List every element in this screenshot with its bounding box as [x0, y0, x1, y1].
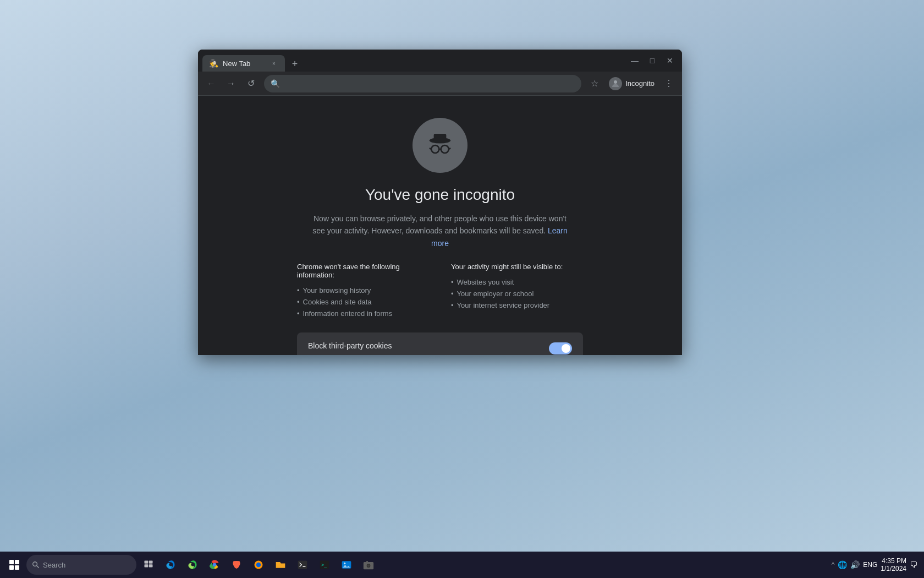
taskbar-chrome-button[interactable]: [205, 555, 224, 575]
taskbar-right: ^ 🌐 🔊 ENG 4:35 PM 1/1/2024 🗨: [825, 557, 924, 572]
start-button[interactable]: [4, 555, 24, 575]
desktop: 🕵 New Tab × + — □ ✕ ← → ↺ 🔍 ☆: [0, 0, 924, 578]
activity-visible-title: Your activity might still be visible to:: [451, 263, 583, 271]
list-item-cookies: Cookies and site data: [297, 296, 429, 308]
page-title: You've gone incognito: [365, 186, 515, 204]
list-item-employer: Your employer or school: [451, 288, 583, 299]
taskbar-camera-button[interactable]: [359, 555, 378, 575]
systray: ^ 🌐 🔊 ENG 4:35 PM 1/1/2024 🗨: [832, 557, 917, 572]
taskbar-photos-button[interactable]: [337, 555, 356, 575]
description-text: Now you can browse privately, and other …: [312, 214, 566, 235]
chrome-wont-save-list: Your browsing history Cookies and site d…: [297, 285, 429, 319]
taskbar: Search: [0, 552, 924, 578]
svg-rect-11: [9, 565, 14, 570]
systray-chevron[interactable]: ^: [832, 561, 835, 569]
notification-button[interactable]: 🗨: [910, 560, 917, 569]
date: 1/1/2024: [881, 565, 906, 572]
list-item-browsing-history: Your browsing history: [297, 285, 429, 296]
list-item-forms: Information entered in forms: [297, 308, 429, 319]
search-icon: 🔍: [271, 79, 280, 88]
svg-rect-31: [366, 561, 368, 563]
tab-close-button[interactable]: ×: [270, 59, 278, 68]
svg-line-14: [37, 566, 39, 568]
svg-rect-18: [149, 564, 153, 567]
list-item-websites: Websites you visit: [451, 276, 583, 288]
profile-avatar: [609, 77, 622, 90]
taskbar-search-label: Search: [43, 561, 65, 569]
toolbar-right: ☆ Incognito ⋮: [586, 75, 678, 92]
taskbar-search-button[interactable]: Search: [26, 555, 136, 575]
taskbar-firefox-button[interactable]: [249, 555, 268, 575]
taskbar-edge-dev-button[interactable]: [183, 555, 202, 575]
cookie-block-title: Block third-party cookies: [308, 341, 540, 350]
browser-content: You've gone incognito Now you can browse…: [198, 96, 682, 355]
block-cookies-toggle[interactable]: [549, 342, 572, 355]
taskbar-terminal2-button[interactable]: >_: [315, 555, 334, 575]
browser-window: 🕵 New Tab × + — □ ✕ ← → ↺ 🔍 ☆: [198, 50, 682, 355]
menu-button[interactable]: ⋮: [660, 75, 678, 92]
new-tab-button[interactable]: +: [287, 56, 302, 72]
svg-rect-9: [9, 560, 14, 564]
activity-visible-list: Websites you visit Your employer or scho…: [451, 276, 583, 311]
svg-point-27: [344, 563, 345, 564]
clock: 4:35 PM: [881, 557, 906, 565]
svg-line-8: [449, 148, 451, 149]
list-item-isp: Your internet service provider: [451, 299, 583, 311]
profile-label: Incognito: [625, 79, 654, 88]
taskbar-left: Search: [0, 555, 383, 575]
tab-incognito-icon: 🕵: [209, 59, 218, 68]
taskbar-terminal-button[interactable]: [293, 555, 312, 575]
tab-title: New Tab: [223, 59, 265, 68]
address-input[interactable]: [283, 79, 575, 88]
browser-tab-active[interactable]: 🕵 New Tab ×: [202, 55, 285, 72]
title-bar-controls: — □ ✕: [627, 53, 678, 68]
cookie-block-text: Block third-party cookies When on, sites…: [308, 341, 540, 355]
svg-rect-10: [15, 560, 19, 564]
chrome-wont-save-column: Chrome won't save the following informat…: [297, 263, 429, 319]
incognito-icon-circle: [413, 118, 468, 173]
svg-rect-17: [145, 564, 148, 567]
svg-point-21: [256, 563, 261, 567]
back-button[interactable]: ←: [202, 75, 220, 92]
task-view-button[interactable]: [139, 555, 158, 575]
close-button[interactable]: ✕: [662, 53, 678, 68]
address-bar[interactable]: 🔍: [264, 75, 581, 92]
toolbar: ← → ↺ 🔍 ☆ Incognito ⋮: [198, 72, 682, 96]
reload-button[interactable]: ↺: [242, 75, 260, 92]
svg-point-13: [33, 562, 37, 566]
cookie-block-description: When on, sites can't use cookies that tr…: [308, 353, 540, 355]
svg-rect-22: [298, 561, 307, 569]
svg-line-7: [430, 148, 432, 149]
taskbar-brave-button[interactable]: [227, 555, 246, 575]
maximize-button[interactable]: □: [645, 53, 660, 68]
svg-rect-16: [149, 561, 153, 564]
svg-point-30: [367, 565, 370, 567]
svg-rect-15: [145, 561, 148, 564]
time-display[interactable]: 4:35 PM 1/1/2024: [881, 557, 906, 572]
page-description: Now you can browse privately, and other …: [308, 212, 572, 249]
chrome-wont-save-title: Chrome won't save the following informat…: [297, 263, 429, 279]
systray-network[interactable]: 🌐: [838, 560, 847, 569]
minimize-button[interactable]: —: [627, 53, 642, 68]
activity-visible-column: Your activity might still be visible to:…: [451, 263, 583, 319]
taskbar-explorer-button[interactable]: [271, 555, 290, 575]
info-section: Chrome won't save the following informat…: [297, 263, 583, 319]
svg-text:>_: >_: [321, 562, 327, 568]
bookmark-button[interactable]: ☆: [586, 75, 603, 92]
profile-button[interactable]: Incognito: [604, 75, 659, 92]
svg-rect-12: [15, 565, 19, 570]
svg-point-0: [614, 80, 617, 84]
systray-volume[interactable]: 🔊: [850, 560, 860, 569]
cookie-block: Block third-party cookies When on, sites…: [297, 332, 583, 355]
forward-button[interactable]: →: [222, 75, 240, 92]
title-bar: 🕵 New Tab × + — □ ✕: [198, 50, 682, 72]
systray-lang: ENG: [863, 561, 877, 569]
taskbar-edge-button[interactable]: [161, 555, 180, 575]
tab-bar: 🕵 New Tab × +: [202, 50, 625, 72]
